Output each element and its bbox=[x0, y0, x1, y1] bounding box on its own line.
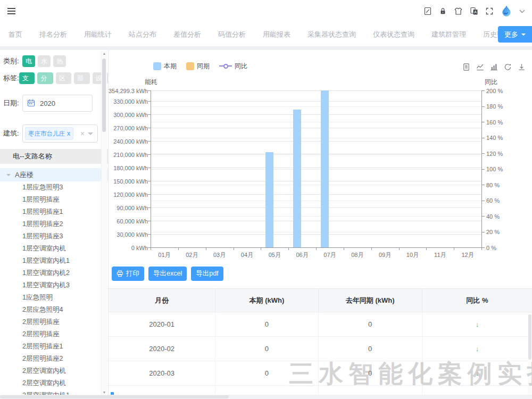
tree-leaf-circuit[interactable]: 2层照明插座 bbox=[0, 328, 108, 340]
x-axis-label: 07月 bbox=[318, 251, 342, 259]
tree-leaf-circuit[interactable]: 2层空调室内机 bbox=[0, 365, 108, 377]
gridline bbox=[151, 168, 481, 168]
tab-用能统计[interactable]: 用能统计 bbox=[76, 22, 120, 46]
category-option-热[interactable]: 热 bbox=[53, 55, 66, 67]
scroll-up-icon[interactable]: ▲ bbox=[102, 52, 107, 55]
scroll-down-icon[interactable]: ▼ bbox=[102, 390, 107, 394]
theme-skin-icon[interactable] bbox=[454, 6, 463, 16]
data-view-icon[interactable] bbox=[462, 63, 470, 71]
building-select[interactable]: 枣庄市台儿庄 x × bbox=[22, 124, 98, 143]
tree-node-building[interactable]: A座楼 bbox=[0, 168, 108, 181]
trend-down-icon: ↓ bbox=[476, 345, 479, 353]
category-option-电[interactable]: 电 bbox=[22, 55, 35, 67]
tag-option-分项[interactable]: 分项 bbox=[37, 72, 53, 84]
building-tag[interactable]: 枣庄市台儿庄 x bbox=[25, 127, 73, 140]
cell-previous: 0 bbox=[319, 337, 422, 361]
axis-tick bbox=[344, 247, 344, 250]
gridline bbox=[151, 106, 481, 107]
tab-码值分析[interactable]: 码值分析 bbox=[210, 22, 254, 46]
tree-leaf-circuit[interactable]: 1层照明插座1 bbox=[0, 206, 108, 218]
tree-leaf-circuit[interactable]: 2层照明插座2 bbox=[0, 353, 108, 365]
category-option-水[interactable]: 水 bbox=[38, 55, 51, 67]
tree-leaf-circuit[interactable]: 1层空调室内机2 bbox=[0, 267, 108, 279]
tab-用能报表[interactable]: 用能报表 bbox=[254, 22, 299, 46]
tab-采集器状态查询[interactable]: 采集器状态查询 bbox=[299, 22, 364, 46]
tree-leaf-circuit[interactable]: 2层照明插座1 bbox=[0, 340, 108, 353]
select-caret-icon[interactable] bbox=[88, 132, 93, 138]
tag-close-icon[interactable]: x bbox=[67, 130, 70, 137]
chevron-down-icon[interactable] bbox=[519, 6, 525, 16]
tree-leaf-circuit[interactable]: 1层空调室内机1 bbox=[0, 255, 108, 267]
y-axis-label: 60,000 kWh bbox=[109, 218, 148, 225]
line-chart-toggle-icon[interactable] bbox=[476, 63, 484, 71]
tab-label: 仪表状态查询 bbox=[373, 30, 414, 39]
tab-差值分析[interactable]: 差值分析 bbox=[165, 22, 210, 46]
more-button[interactable]: 更多 bbox=[498, 26, 532, 43]
tab-建筑群管理[interactable]: 建筑群管理 bbox=[423, 22, 475, 46]
sidebar: 类别: 电水热 标签: 支路分项区域部门设备 日期: 建筑: 枣庄市台儿庄 bbox=[0, 50, 109, 399]
tree-leaf-circuit[interactable]: 2层空调室内机 bbox=[0, 377, 108, 389]
tag-option-区域[interactable]: 区域 bbox=[56, 72, 71, 84]
more-button-label: 更多 bbox=[504, 30, 518, 39]
date-picker[interactable] bbox=[22, 95, 93, 112]
tab-排名分析[interactable]: 排名分析 bbox=[31, 22, 76, 46]
tab-仪表状态查询[interactable]: 仪表状态查询 bbox=[364, 22, 423, 46]
hamburger-menu-icon[interactable] bbox=[7, 6, 16, 16]
save-image-icon[interactable] bbox=[518, 63, 526, 71]
tab-首页[interactable]: 首页 bbox=[0, 22, 31, 46]
date-input[interactable] bbox=[39, 99, 87, 108]
gridline bbox=[151, 232, 481, 232]
axis-tick bbox=[288, 247, 289, 250]
tab-label: 首页 bbox=[9, 30, 22, 39]
table-scroll-thumb[interactable] bbox=[528, 314, 531, 360]
tag-option-部门[interactable]: 部门 bbox=[74, 72, 89, 84]
tag-option-支路[interactable]: 支路 bbox=[19, 72, 35, 84]
export-excel-button[interactable]: 导出excel bbox=[148, 267, 187, 281]
note-edit-icon[interactable] bbox=[423, 6, 432, 16]
tab-label: 建筑群管理 bbox=[431, 30, 466, 39]
legend-item-同期[interactable]: 同期 bbox=[186, 62, 210, 71]
tree-leaf-circuit[interactable]: 1层照明插座3 bbox=[0, 230, 108, 243]
tab-站点分布[interactable]: 站点分布 bbox=[120, 22, 165, 46]
axis-tick bbox=[399, 247, 400, 250]
tree-leaf-circuit[interactable]: 1层应急照明3 bbox=[0, 181, 108, 194]
action-buttons: 打印 导出excel 导出pdf bbox=[112, 267, 532, 281]
tree-expand-icon[interactable] bbox=[6, 174, 11, 178]
restore-icon[interactable] bbox=[504, 63, 512, 71]
table-header-cell: 同比 % bbox=[422, 289, 532, 312]
tree-leaf-circuit[interactable]: 1层照明插座 bbox=[0, 194, 108, 206]
y-axis-right-label: 180 % bbox=[486, 103, 503, 110]
tree-leaf-circuit[interactable]: 2层应急照明4 bbox=[0, 304, 108, 316]
tag-label: 标签: bbox=[3, 72, 19, 84]
language-icon[interactable]: A bbox=[470, 6, 478, 16]
sidebar-scroll-thumb[interactable] bbox=[102, 59, 106, 132]
export-pdf-button[interactable]: 导出pdf bbox=[191, 267, 223, 281]
bar-chart-toggle-icon[interactable] bbox=[490, 63, 498, 71]
gridline bbox=[151, 234, 481, 235]
tree-leaf-circuit[interactable]: 2层照明插座 bbox=[0, 316, 108, 328]
tree-leaf-circuit[interactable]: 1层照明插座2 bbox=[0, 218, 108, 230]
tree-leaf-circuit[interactable]: 1应急照明 bbox=[0, 292, 108, 304]
y-axis-line bbox=[151, 90, 151, 247]
legend-swatch-icon bbox=[186, 62, 194, 70]
y-axis-label: 180,000 kWh bbox=[109, 165, 148, 171]
horizontal-scroll-thumb[interactable] bbox=[0, 395, 229, 398]
x-axis-label: 12月 bbox=[455, 251, 480, 259]
gridline bbox=[151, 138, 481, 138]
chart-bar-06月 bbox=[293, 110, 301, 247]
legend-item-同比[interactable]: 同比 bbox=[219, 62, 247, 71]
tag-filter: 标签: 支路分项区域部门设备 bbox=[3, 72, 108, 84]
tree-leaf-circuit[interactable]: 1层空调室内机 bbox=[0, 243, 108, 255]
fullscreen-icon[interactable] bbox=[485, 6, 494, 16]
select-clear-icon[interactable]: × bbox=[80, 130, 85, 137]
logo-avatar-icon[interactable] bbox=[501, 6, 512, 16]
legend-item-本期[interactable]: 本期 bbox=[153, 62, 177, 71]
print-button[interactable]: 打印 bbox=[112, 267, 144, 281]
tag-options: 支路分项区域部门设备 bbox=[19, 72, 108, 84]
chart-bar-05月 bbox=[265, 152, 273, 247]
tree-leaf-circuit[interactable]: 1层空调室内机3 bbox=[0, 279, 108, 292]
gridline bbox=[151, 201, 481, 201]
lock-icon[interactable] bbox=[439, 6, 447, 16]
date-label: 日期: bbox=[3, 97, 22, 109]
chart-canvas: 能耗 同比 0 kWh30,000 kWh60,000 kWh90,000 kW… bbox=[109, 74, 532, 262]
